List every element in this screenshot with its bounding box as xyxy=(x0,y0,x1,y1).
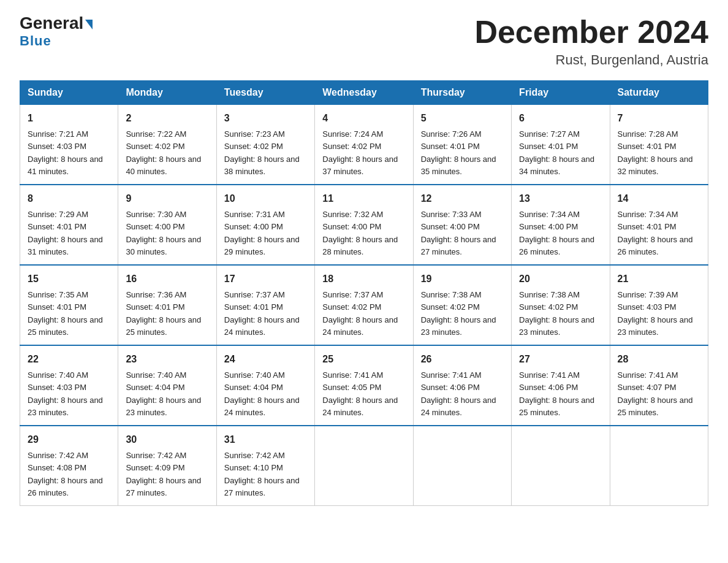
calendar-cell: 11 Sunrise: 7:32 AMSunset: 4:00 PMDaylig… xyxy=(315,185,413,265)
day-info: Sunrise: 7:36 AMSunset: 4:01 PMDaylight:… xyxy=(126,290,201,337)
day-number: 19 xyxy=(421,272,504,286)
day-info: Sunrise: 7:33 AMSunset: 4:00 PMDaylight:… xyxy=(421,210,496,256)
calendar-cell: 20 Sunrise: 7:38 AMSunset: 4:02 PMDaylig… xyxy=(512,265,610,345)
day-number: 22 xyxy=(28,352,110,367)
col-header-wednesday: Wednesday xyxy=(315,81,413,105)
col-header-tuesday: Tuesday xyxy=(216,81,314,105)
day-info: Sunrise: 7:42 AMSunset: 4:09 PMDaylight:… xyxy=(126,451,201,497)
day-number: 21 xyxy=(618,272,700,286)
day-number: 11 xyxy=(322,191,405,206)
day-number: 18 xyxy=(322,272,405,286)
day-info: Sunrise: 7:41 AMSunset: 4:05 PMDaylight:… xyxy=(322,370,398,417)
day-info: Sunrise: 7:29 AMSunset: 4:01 PMDaylight:… xyxy=(28,210,103,256)
col-header-thursday: Thursday xyxy=(413,81,511,105)
day-number: 16 xyxy=(126,272,208,286)
day-info: Sunrise: 7:28 AMSunset: 4:01 PMDaylight:… xyxy=(618,129,693,176)
day-number: 25 xyxy=(322,352,405,367)
calendar-cell: 30 Sunrise: 7:42 AMSunset: 4:09 PMDaylig… xyxy=(118,426,216,506)
day-number: 24 xyxy=(224,352,307,367)
day-number: 13 xyxy=(519,191,602,206)
day-number: 14 xyxy=(618,191,700,206)
calendar-cell: 19 Sunrise: 7:38 AMSunset: 4:02 PMDaylig… xyxy=(413,265,511,345)
col-header-saturday: Saturday xyxy=(610,81,708,105)
day-number: 17 xyxy=(224,272,307,286)
calendar-cell: 29 Sunrise: 7:42 AMSunset: 4:08 PMDaylig… xyxy=(20,426,118,506)
day-info: Sunrise: 7:31 AMSunset: 4:00 PMDaylight:… xyxy=(224,210,300,256)
day-number: 1 xyxy=(28,111,110,126)
calendar-header-row: SundayMondayTuesdayWednesdayThursdayFrid… xyxy=(20,81,708,105)
calendar-cell: 23 Sunrise: 7:40 AMSunset: 4:04 PMDaylig… xyxy=(118,345,216,426)
calendar-week-row: 15 Sunrise: 7:35 AMSunset: 4:01 PMDaylig… xyxy=(20,265,708,345)
calendar-cell xyxy=(512,426,610,506)
day-info: Sunrise: 7:23 AMSunset: 4:02 PMDaylight:… xyxy=(224,129,300,176)
title-area: December 2024 Rust, Burgenland, Austria xyxy=(474,15,708,68)
calendar-cell: 13 Sunrise: 7:34 AMSunset: 4:00 PMDaylig… xyxy=(512,185,610,265)
day-number: 9 xyxy=(126,191,208,206)
day-number: 23 xyxy=(126,352,208,367)
day-number: 5 xyxy=(421,111,504,126)
calendar-cell: 7 Sunrise: 7:28 AMSunset: 4:01 PMDayligh… xyxy=(610,105,708,185)
day-info: Sunrise: 7:22 AMSunset: 4:02 PMDaylight:… xyxy=(126,129,201,176)
calendar-cell: 27 Sunrise: 7:41 AMSunset: 4:06 PMDaylig… xyxy=(512,345,610,426)
logo-name: General xyxy=(20,15,93,32)
calendar-cell: 6 Sunrise: 7:27 AMSunset: 4:01 PMDayligh… xyxy=(512,105,610,185)
col-header-monday: Monday xyxy=(118,81,216,105)
logo-blue: Blue xyxy=(20,33,51,49)
day-info: Sunrise: 7:34 AMSunset: 4:01 PMDaylight:… xyxy=(618,210,693,256)
day-info: Sunrise: 7:38 AMSunset: 4:02 PMDaylight:… xyxy=(421,290,496,337)
day-number: 30 xyxy=(126,432,208,447)
day-number: 10 xyxy=(224,191,307,206)
day-number: 29 xyxy=(28,432,110,447)
day-number: 8 xyxy=(28,191,110,206)
day-info: Sunrise: 7:42 AMSunset: 4:10 PMDaylight:… xyxy=(224,451,300,497)
location-title: Rust, Burgenland, Austria xyxy=(474,52,708,68)
calendar-cell: 21 Sunrise: 7:39 AMSunset: 4:03 PMDaylig… xyxy=(610,265,708,345)
day-number: 3 xyxy=(224,111,307,126)
page-header: General Blue December 2024 Rust, Burgenl… xyxy=(20,15,708,68)
day-number: 7 xyxy=(618,111,700,126)
calendar-cell: 10 Sunrise: 7:31 AMSunset: 4:00 PMDaylig… xyxy=(216,185,314,265)
day-number: 15 xyxy=(28,272,110,286)
day-info: Sunrise: 7:39 AMSunset: 4:03 PMDaylight:… xyxy=(618,290,693,337)
day-info: Sunrise: 7:34 AMSunset: 4:00 PMDaylight:… xyxy=(519,210,594,256)
calendar-cell xyxy=(610,426,708,506)
day-number: 26 xyxy=(421,352,504,367)
day-info: Sunrise: 7:30 AMSunset: 4:00 PMDaylight:… xyxy=(126,210,201,256)
calendar-cell: 12 Sunrise: 7:33 AMSunset: 4:00 PMDaylig… xyxy=(413,185,511,265)
day-info: Sunrise: 7:37 AMSunset: 4:02 PMDaylight:… xyxy=(322,290,398,337)
calendar-table: SundayMondayTuesdayWednesdayThursdayFrid… xyxy=(20,80,708,506)
day-number: 6 xyxy=(519,111,602,126)
calendar-cell: 28 Sunrise: 7:41 AMSunset: 4:07 PMDaylig… xyxy=(610,345,708,426)
calendar-cell: 18 Sunrise: 7:37 AMSunset: 4:02 PMDaylig… xyxy=(315,265,413,345)
calendar-cell: 14 Sunrise: 7:34 AMSunset: 4:01 PMDaylig… xyxy=(610,185,708,265)
day-number: 27 xyxy=(519,352,602,367)
day-info: Sunrise: 7:40 AMSunset: 4:04 PMDaylight:… xyxy=(126,370,201,417)
day-info: Sunrise: 7:26 AMSunset: 4:01 PMDaylight:… xyxy=(421,129,496,176)
calendar-cell: 24 Sunrise: 7:40 AMSunset: 4:04 PMDaylig… xyxy=(216,345,314,426)
calendar-cell: 15 Sunrise: 7:35 AMSunset: 4:01 PMDaylig… xyxy=(20,265,118,345)
col-header-sunday: Sunday xyxy=(20,81,118,105)
calendar-week-row: 8 Sunrise: 7:29 AMSunset: 4:01 PMDayligh… xyxy=(20,185,708,265)
calendar-cell: 8 Sunrise: 7:29 AMSunset: 4:01 PMDayligh… xyxy=(20,185,118,265)
day-info: Sunrise: 7:40 AMSunset: 4:04 PMDaylight:… xyxy=(224,370,300,417)
day-info: Sunrise: 7:41 AMSunset: 4:07 PMDaylight:… xyxy=(618,370,693,417)
day-info: Sunrise: 7:40 AMSunset: 4:03 PMDaylight:… xyxy=(28,370,103,417)
day-number: 12 xyxy=(421,191,504,206)
day-info: Sunrise: 7:41 AMSunset: 4:06 PMDaylight:… xyxy=(421,370,496,417)
calendar-cell: 2 Sunrise: 7:22 AMSunset: 4:02 PMDayligh… xyxy=(118,105,216,185)
calendar-cell: 17 Sunrise: 7:37 AMSunset: 4:01 PMDaylig… xyxy=(216,265,314,345)
calendar-cell: 31 Sunrise: 7:42 AMSunset: 4:10 PMDaylig… xyxy=(216,426,314,506)
day-info: Sunrise: 7:35 AMSunset: 4:01 PMDaylight:… xyxy=(28,290,103,337)
calendar-cell xyxy=(315,426,413,506)
calendar-cell: 26 Sunrise: 7:41 AMSunset: 4:06 PMDaylig… xyxy=(413,345,511,426)
day-number: 2 xyxy=(126,111,208,126)
calendar-cell: 1 Sunrise: 7:21 AMSunset: 4:03 PMDayligh… xyxy=(20,105,118,185)
calendar-cell: 25 Sunrise: 7:41 AMSunset: 4:05 PMDaylig… xyxy=(315,345,413,426)
day-info: Sunrise: 7:37 AMSunset: 4:01 PMDaylight:… xyxy=(224,290,300,337)
calendar-week-row: 22 Sunrise: 7:40 AMSunset: 4:03 PMDaylig… xyxy=(20,345,708,426)
day-number: 20 xyxy=(519,272,602,286)
day-number: 28 xyxy=(618,352,700,367)
calendar-cell: 16 Sunrise: 7:36 AMSunset: 4:01 PMDaylig… xyxy=(118,265,216,345)
calendar-week-row: 1 Sunrise: 7:21 AMSunset: 4:03 PMDayligh… xyxy=(20,105,708,185)
calendar-cell: 4 Sunrise: 7:24 AMSunset: 4:02 PMDayligh… xyxy=(315,105,413,185)
